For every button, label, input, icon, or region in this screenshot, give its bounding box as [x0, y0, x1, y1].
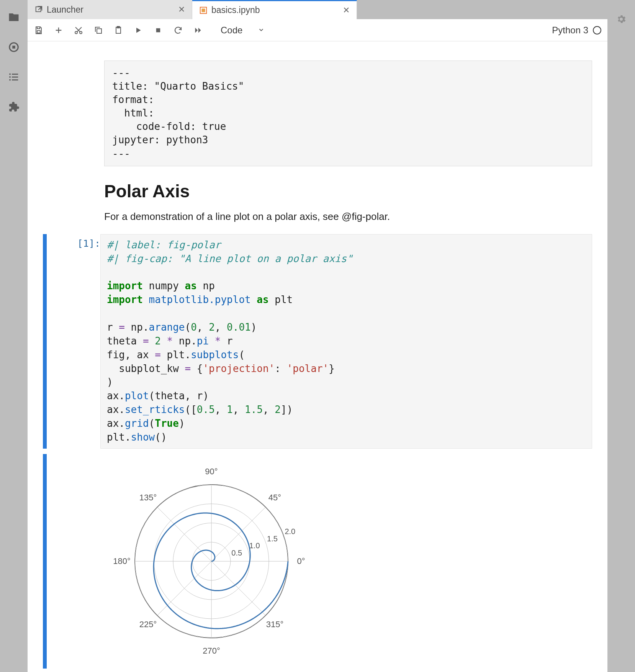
kernel-status[interactable]: Python 3 — [552, 25, 601, 36]
run-all-icon[interactable] — [193, 25, 203, 35]
svg-rect-15 — [97, 29, 101, 33]
input-prompt: [1]: — [58, 234, 100, 449]
notebook-body[interactable]: --- title: "Quarto Basics" format: html:… — [28, 41, 607, 672]
svg-rect-3 — [12, 74, 18, 75]
settings-icon[interactable] — [616, 14, 627, 672]
svg-line-27 — [157, 507, 211, 561]
restart-icon[interactable] — [173, 25, 183, 35]
svg-line-29 — [157, 561, 211, 615]
output-prompt — [58, 454, 100, 669]
angle-tick-label: 270° — [203, 646, 220, 656]
cell-type-select[interactable]: Code — [217, 24, 268, 36]
paste-icon[interactable] — [113, 25, 123, 35]
stop-icon[interactable] — [153, 25, 163, 35]
svg-rect-10 — [201, 8, 205, 12]
tab-basics-ipynb[interactable]: basics.ipynb ✕ — [192, 0, 357, 19]
svg-rect-18 — [156, 28, 160, 32]
svg-rect-7 — [12, 79, 18, 80]
angle-tick-label: 225° — [139, 620, 157, 629]
add-cell-icon[interactable] — [54, 25, 64, 35]
code-cell[interactable]: [1]: #| label: fig-polar #| fig-cap: "A … — [43, 234, 592, 449]
tab-label: Launcher — [47, 5, 174, 15]
r-tick-label: 2.0 — [285, 527, 295, 536]
svg-point-2 — [9, 74, 11, 75]
angle-tick-label: 135° — [139, 493, 157, 503]
r-tick-label: 0.5 — [231, 549, 242, 557]
save-icon[interactable] — [34, 25, 44, 35]
markdown-paragraph: For a demonstration of a line plot on a … — [104, 211, 592, 223]
run-icon[interactable] — [133, 25, 143, 35]
chevron-down-icon — [258, 25, 265, 36]
cell-active-indicator — [43, 454, 47, 669]
cell-active-indicator — [43, 234, 47, 449]
angle-tick-label: 90° — [205, 467, 218, 477]
polar-svg — [104, 454, 319, 669]
svg-rect-8 — [36, 7, 41, 12]
tab-label: basics.ipynb — [211, 5, 339, 15]
svg-line-31 — [211, 561, 265, 615]
svg-rect-1 — [12, 46, 15, 49]
close-icon[interactable]: ✕ — [178, 5, 185, 14]
extensions-icon[interactable] — [7, 100, 20, 113]
cell-type-label: Code — [221, 25, 242, 36]
cut-icon[interactable] — [74, 25, 83, 35]
right-gutter — [607, 0, 635, 672]
activity-bar — [0, 0, 28, 672]
angle-tick-label: 180° — [113, 556, 131, 566]
toc-icon[interactable] — [7, 70, 20, 84]
folder-icon[interactable] — [7, 11, 20, 24]
r-tick-label: 1.0 — [249, 541, 260, 550]
copy-icon[interactable] — [93, 25, 103, 35]
r-tick-label: 1.5 — [267, 534, 278, 543]
launcher-icon — [34, 5, 43, 14]
svg-point-6 — [9, 79, 11, 81]
running-icon[interactable] — [7, 41, 20, 54]
notebook-icon — [199, 6, 208, 15]
tab-launcher[interactable]: Launcher ✕ — [28, 0, 192, 19]
close-icon[interactable]: ✕ — [343, 6, 350, 15]
output-cell: 0°45°90°135°180°225°270°315°0.51.01.52.0 — [43, 454, 592, 669]
markdown-cell[interactable]: Polar Axis For a demonstration of a line… — [104, 181, 592, 223]
kernel-idle-icon — [593, 26, 601, 34]
angle-tick-label: 45° — [268, 493, 281, 503]
heading-polar-axis: Polar Axis — [104, 181, 592, 202]
polar-plot: 0°45°90°135°180°225°270°315°0.51.01.52.0 — [104, 454, 319, 669]
svg-point-4 — [9, 76, 11, 78]
tab-bar: Launcher ✕ basics.ipynb ✕ — [28, 0, 607, 19]
notebook-toolbar: Code Python 3 — [28, 19, 607, 41]
kernel-name: Python 3 — [552, 25, 588, 36]
angle-tick-label: 0° — [297, 556, 305, 566]
raw-frontmatter-cell[interactable]: --- title: "Quarto Basics" format: html:… — [104, 61, 592, 166]
code-editor[interactable]: #| label: fig-polar #| fig-cap: "A line … — [100, 234, 592, 449]
svg-rect-11 — [37, 27, 40, 29]
svg-rect-12 — [37, 31, 40, 33]
angle-tick-label: 315° — [266, 620, 284, 629]
svg-rect-5 — [12, 77, 18, 78]
